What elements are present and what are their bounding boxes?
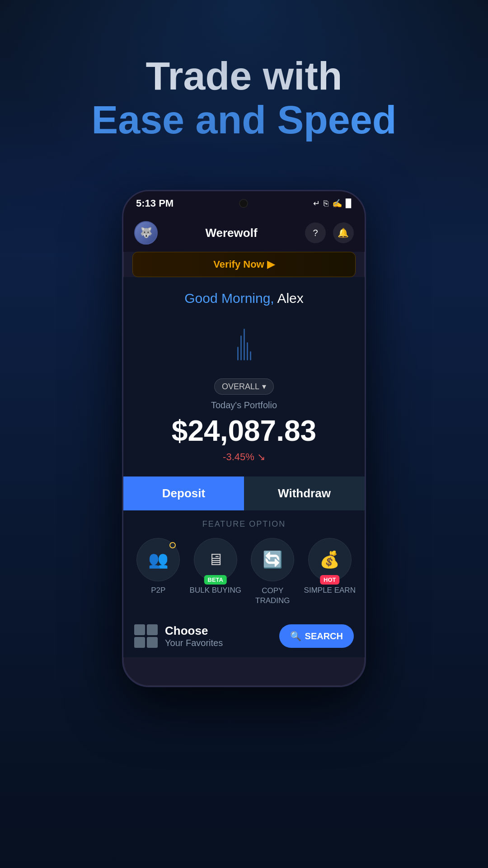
app-content: Good Morning, Alex OVERALL ▾ bbox=[123, 277, 365, 657]
overall-badge[interactable]: OVERALL ▾ bbox=[214, 378, 274, 395]
chart-bar bbox=[250, 351, 251, 360]
feature-grid: 👥 P2P 🖥 BETA BULK BUYING bbox=[132, 538, 356, 606]
bulk-buying-icon: 🖥 bbox=[207, 550, 224, 569]
chart-area bbox=[123, 315, 365, 369]
battery-icon: ▉ bbox=[346, 198, 352, 208]
greeting-section: Good Morning, Alex bbox=[123, 277, 365, 311]
feature-name-bulk-buying: BULK BUYING bbox=[190, 586, 241, 595]
chart-bar bbox=[237, 347, 239, 360]
p2p-icon: 👥 bbox=[148, 550, 169, 569]
feature-circle-bulk-buying: 🖥 BETA bbox=[194, 538, 237, 581]
portfolio-section: OVERALL ▾ Today's Portfolio $24,087.83 -… bbox=[123, 374, 365, 467]
notification-button[interactable]: 🔔 bbox=[333, 222, 354, 243]
action-buttons: Deposit Withdraw bbox=[123, 476, 365, 510]
status-time: 5:13 PM bbox=[136, 198, 174, 209]
choose-text: Choose bbox=[165, 624, 223, 638]
portfolio-label: Today's Portfolio bbox=[132, 400, 356, 410]
nav-grid-icon[interactable] bbox=[134, 624, 158, 648]
bell-icon: 🔔 bbox=[338, 227, 349, 238]
phone-frame: 5:13 PM ↵ ⎘ ✍ ▉ 🐺 Werewolf ? 🔔 bbox=[122, 190, 366, 687]
your-favorites-text: Your Favorites bbox=[165, 638, 223, 648]
search-button[interactable]: 🔍 SEARCH bbox=[279, 624, 354, 648]
bottom-section: Choose Your Favorites 🔍 SEARCH bbox=[123, 615, 365, 657]
verify-banner[interactable]: Verify Now ▶ bbox=[132, 252, 356, 277]
grid-dot bbox=[134, 624, 145, 635]
feature-item-bulk-buying[interactable]: 🖥 BETA BULK BUYING bbox=[190, 538, 242, 606]
chart-lines bbox=[237, 324, 251, 360]
wifi-icon: ⎘ bbox=[324, 199, 328, 208]
avatar[interactable]: 🐺 bbox=[134, 221, 158, 245]
greeting-colored: Good Morning, bbox=[184, 291, 274, 306]
simple-earn-icon: 💰 bbox=[319, 550, 340, 569]
feature-item-copy-trading[interactable]: 🔄 COPYTRADING bbox=[247, 538, 299, 606]
portfolio-change: -3.45% ↘ bbox=[132, 451, 356, 463]
grid-dot bbox=[147, 624, 158, 635]
search-icon: 🔍 bbox=[290, 631, 301, 642]
feature-name-p2p: P2P bbox=[151, 586, 165, 595]
feature-name-copy-trading: COPYTRADING bbox=[255, 586, 290, 606]
chart-bar bbox=[240, 335, 242, 360]
chart-bar bbox=[247, 342, 248, 360]
feature-circle-p2p: 👥 bbox=[136, 538, 180, 581]
app-header: 🐺 Werewolf ? 🔔 bbox=[123, 214, 365, 252]
withdraw-button[interactable]: Withdraw bbox=[244, 476, 365, 510]
grid-dot bbox=[147, 637, 158, 648]
feature-item-simple-earn[interactable]: 💰 HOT SIMPLE EARN bbox=[304, 538, 356, 606]
header-title: Werewolf bbox=[205, 226, 257, 240]
feature-circle-copy-trading: 🔄 bbox=[251, 538, 294, 581]
bluetooth-icon: ↵ bbox=[313, 198, 320, 208]
status-bar: 5:13 PM ↵ ⎘ ✍ ▉ bbox=[123, 191, 365, 214]
feature-label: FEATURE OPTION bbox=[132, 519, 356, 529]
chart-bar bbox=[244, 329, 245, 360]
help-button[interactable]: ? bbox=[305, 222, 326, 243]
phone-mockup: 5:13 PM ↵ ⎘ ✍ ▉ 🐺 Werewolf ? 🔔 bbox=[122, 190, 366, 687]
overall-label: OVERALL bbox=[222, 382, 259, 392]
greeting-name: Alex bbox=[274, 291, 304, 306]
hero-line1: Trade with bbox=[0, 54, 488, 98]
beta-badge: BETA bbox=[204, 575, 227, 585]
search-label: SEARCH bbox=[305, 631, 343, 642]
feature-item-p2p[interactable]: 👥 P2P bbox=[132, 538, 184, 606]
feature-circle-simple-earn: 💰 HOT bbox=[308, 538, 352, 581]
greeting-text: Good Morning, Alex bbox=[132, 291, 356, 306]
indicator-dot bbox=[169, 542, 176, 548]
signal-icon: ✍ bbox=[332, 198, 342, 208]
question-icon: ? bbox=[313, 228, 318, 238]
feature-name-simple-earn: SIMPLE EARN bbox=[304, 586, 356, 595]
hot-badge: HOT bbox=[320, 575, 339, 585]
verify-text: Verify Now ▶ bbox=[213, 259, 275, 270]
header-actions: ? 🔔 bbox=[305, 222, 354, 243]
chevron-down-icon: ▾ bbox=[262, 382, 266, 392]
hero-section: Trade with Ease and Speed bbox=[0, 0, 488, 169]
status-icons: ↵ ⎘ ✍ ▉ bbox=[313, 198, 352, 208]
choose-section: Choose Your Favorites bbox=[165, 624, 223, 648]
grid-dot bbox=[134, 637, 145, 648]
hero-line2: Ease and Speed bbox=[0, 98, 488, 142]
feature-section: FEATURE OPTION 👥 P2P 🖥 B bbox=[123, 510, 365, 615]
copy-trading-icon: 🔄 bbox=[263, 550, 283, 569]
portfolio-value: $24,087.83 bbox=[132, 414, 356, 448]
deposit-button[interactable]: Deposit bbox=[123, 476, 244, 510]
camera-notch bbox=[239, 199, 248, 208]
